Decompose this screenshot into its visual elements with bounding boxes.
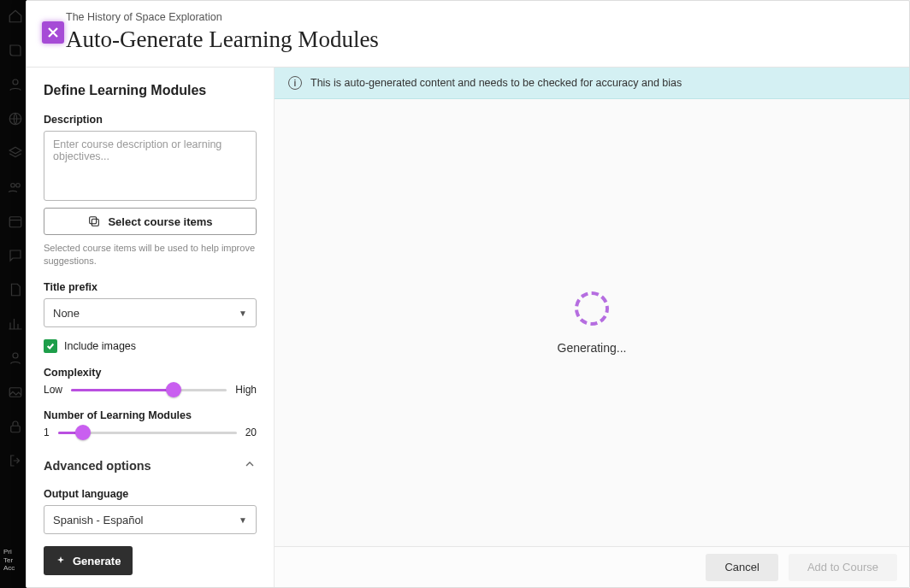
complexity-slider[interactable]	[71, 389, 227, 391]
checkbox-checked-icon	[44, 339, 57, 353]
generating-state: Generating...	[275, 99, 909, 546]
include-images-label: Include images	[64, 340, 136, 352]
generate-label: Generate	[73, 555, 121, 567]
panel-title: Define Learning Modules	[44, 83, 257, 98]
close-button[interactable]	[42, 21, 64, 44]
title-prefix-label: Title prefix	[44, 281, 257, 293]
output-language-label: Output language	[44, 488, 257, 500]
add-to-course-button: Add to Course	[789, 554, 897, 581]
complexity-high-label: High	[235, 384, 257, 396]
output-language-select[interactable]: Spanish - Español ▼	[44, 505, 257, 534]
complexity-label: Complexity	[44, 367, 257, 379]
modules-slider[interactable]	[58, 432, 237, 434]
notice-text: This is auto-generated content and needs…	[310, 77, 682, 89]
chevron-up-icon	[243, 457, 257, 474]
chevron-down-icon: ▼	[239, 309, 247, 318]
modules-max-label: 20	[245, 426, 257, 438]
generating-label: Generating...	[558, 341, 627, 355]
slider-thumb[interactable]	[166, 382, 181, 397]
accuracy-notice: i This is auto-generated content and nee…	[275, 68, 909, 99]
description-input[interactable]	[44, 131, 257, 201]
info-icon: i	[288, 76, 302, 90]
title-prefix-value: None	[53, 307, 80, 320]
title-prefix-select[interactable]: None ▼	[44, 298, 257, 327]
svg-rect-8	[92, 220, 99, 226]
select-items-helper: Selected course items will be used to he…	[44, 242, 257, 268]
generate-button[interactable]: Generate	[44, 546, 133, 575]
modal-header: The History of Space Exploration Auto-Ge…	[27, 1, 909, 68]
chevron-down-icon: ▼	[239, 515, 247, 525]
page-title: Auto-Generate Learning Modules	[66, 26, 890, 53]
cancel-button[interactable]: Cancel	[706, 554, 777, 581]
slider-thumb[interactable]	[75, 425, 91, 440]
complexity-low-label: Low	[44, 384, 62, 396]
modules-min-label: 1	[44, 426, 50, 438]
include-images-checkbox[interactable]: Include images	[44, 339, 257, 353]
advanced-options-label: Advanced options	[44, 459, 151, 473]
sparkle-icon	[56, 556, 66, 566]
auto-generate-modal: The History of Space Exploration Auto-Ge…	[26, 0, 910, 588]
output-language-value: Spanish - Español	[53, 514, 144, 526]
close-icon	[47, 26, 59, 38]
define-modules-panel: Define Learning Modules Description Sele…	[27, 68, 275, 587]
copy-icon	[87, 215, 101, 228]
modal-footer: Cancel Add to Course	[275, 546, 909, 587]
select-course-items-label: Select course items	[108, 215, 212, 228]
preview-area: i This is auto-generated content and nee…	[275, 68, 909, 587]
description-label: Description	[44, 114, 257, 126]
background-footer-links: PriTerAcc	[3, 548, 15, 573]
svg-rect-9	[90, 217, 97, 224]
breadcrumb: The History of Space Exploration	[66, 11, 890, 23]
select-course-items-button[interactable]: Select course items	[44, 208, 257, 235]
advanced-options-toggle[interactable]: Advanced options	[44, 457, 257, 474]
spinner-icon	[575, 291, 609, 326]
modules-count-label: Number of Learning Modules	[44, 409, 257, 421]
